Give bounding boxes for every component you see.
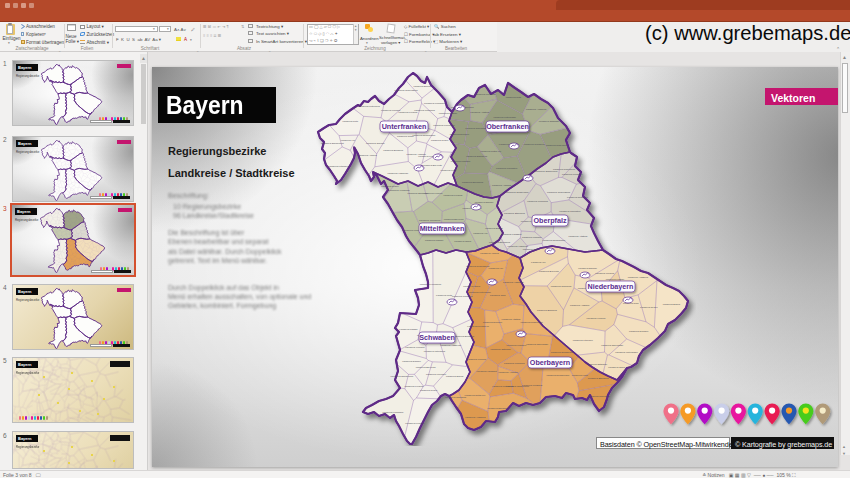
svg-text:Landkreis Miesbach: Landkreis Miesbach bbox=[522, 384, 543, 386]
svg-text:Landkreis Regen: Landkreis Regen bbox=[640, 306, 658, 308]
svg-text:Landkreis Starnberg: Landkreis Starnberg bbox=[588, 377, 609, 379]
svg-text:Landkreis Unterallgäu: Landkreis Unterallgäu bbox=[615, 351, 638, 353]
svg-text:Oberpfalz: Oberpfalz bbox=[533, 216, 567, 225]
svg-text:Landkreis Cham: Landkreis Cham bbox=[463, 285, 480, 287]
svg-text:Landkreis Kronach: Landkreis Kronach bbox=[405, 346, 425, 348]
svg-text:Landkreis Augsburg: Landkreis Augsburg bbox=[526, 108, 547, 110]
svg-text:Landkreis Traunstein: Landkreis Traunstein bbox=[588, 395, 610, 397]
svg-text:Landkreis Fürth: Landkreis Fürth bbox=[572, 374, 589, 376]
svg-text:Landkreis Hof: Landkreis Hof bbox=[341, 139, 356, 141]
svg-text:Landkreis Regen: Landkreis Regen bbox=[420, 389, 438, 391]
svg-text:Landkreis Kronach: Landkreis Kronach bbox=[467, 358, 487, 360]
svg-text:Landkreis Schwandorf: Landkreis Schwandorf bbox=[412, 134, 435, 136]
svg-text:Landkreis Passau: Landkreis Passau bbox=[425, 239, 444, 241]
svg-text:Landkreis Landshut: Landkreis Landshut bbox=[477, 370, 497, 372]
svg-text:Landkreis Freising: Landkreis Freising bbox=[444, 194, 463, 196]
svg-text:Landkreis Oberallgäu: Landkreis Oberallgäu bbox=[526, 343, 549, 345]
svg-text:Landkreis Regensburg: Landkreis Regensburg bbox=[395, 89, 419, 91]
svg-text:Landkreis Unterallgäu: Landkreis Unterallgäu bbox=[493, 116, 516, 118]
svg-text:Landkreis Dachau: Landkreis Dachau bbox=[578, 267, 597, 269]
svg-text:Landkreis Miesbach: Landkreis Miesbach bbox=[562, 173, 583, 175]
svg-text:Landkreis Landshut: Landkreis Landshut bbox=[501, 233, 521, 235]
svg-text:Landkreis Würzburg: Landkreis Würzburg bbox=[527, 200, 548, 202]
svg-text:Landkreis Schwandorf: Landkreis Schwandorf bbox=[542, 239, 565, 241]
svg-text:Landkreis Altötting: Landkreis Altötting bbox=[569, 235, 588, 237]
svg-text:Landkreis Fürth: Landkreis Fürth bbox=[440, 169, 457, 171]
svg-text:Landkreis Fürth: Landkreis Fürth bbox=[436, 294, 453, 296]
svg-text:Landkreis Erding: Landkreis Erding bbox=[413, 85, 431, 87]
svg-text:Landkreis Altötting: Landkreis Altötting bbox=[470, 111, 489, 113]
svg-text:Landkreis Ansbach: Landkreis Ansbach bbox=[498, 371, 518, 373]
svg-text:Landkreis Deggendorf: Landkreis Deggendorf bbox=[506, 191, 529, 193]
svg-text:Landkreis Regen: Landkreis Regen bbox=[431, 139, 449, 141]
svg-text:Mittelfranken: Mittelfranken bbox=[420, 224, 465, 233]
svg-text:Landkreis Dachau: Landkreis Dachau bbox=[366, 142, 385, 144]
svg-text:Landkreis Bamberg: Landkreis Bamberg bbox=[408, 192, 429, 194]
svg-text:Landkreis Altötting: Landkreis Altötting bbox=[502, 318, 521, 320]
svg-text:Landkreis Oberallgäu: Landkreis Oberallgäu bbox=[601, 344, 624, 346]
svg-text:Landkreis Regensburg: Landkreis Regensburg bbox=[466, 265, 490, 267]
svg-text:Landkreis Unterallgäu: Landkreis Unterallgäu bbox=[469, 291, 492, 293]
svg-text:Landkreis Cham: Landkreis Cham bbox=[397, 135, 414, 137]
svg-text:Landkreis Regensburg: Landkreis Regensburg bbox=[547, 191, 571, 193]
svg-text:Landkreis Rosenheim: Landkreis Rosenheim bbox=[553, 168, 575, 170]
svg-text:Landkreis Mühldorf: Landkreis Mühldorf bbox=[451, 160, 471, 162]
svg-text:Landkreis Traunstein: Landkreis Traunstein bbox=[496, 167, 518, 169]
svg-text:Landkreis Augsburg: Landkreis Augsburg bbox=[628, 276, 649, 278]
svg-text:Landkreis Passau: Landkreis Passau bbox=[399, 328, 418, 330]
svg-text:Schwaben: Schwaben bbox=[419, 333, 455, 342]
svg-text:Landkreis Ostallgäu: Landkreis Ostallgäu bbox=[587, 363, 608, 365]
svg-text:Landkreis Roth: Landkreis Roth bbox=[506, 96, 522, 98]
svg-text:Landkreis Amberg: Landkreis Amberg bbox=[358, 154, 377, 156]
svg-text:Landkreis Schwandorf: Landkreis Schwandorf bbox=[551, 351, 574, 353]
svg-text:Landkreis Regen: Landkreis Regen bbox=[381, 185, 399, 187]
svg-text:Landkreis Ansbach: Landkreis Ansbach bbox=[570, 304, 590, 306]
svg-text:Landkreis Dillingen: Landkreis Dillingen bbox=[483, 321, 503, 323]
svg-text:Niederbayern: Niederbayern bbox=[588, 282, 634, 291]
svg-text:Landkreis Rottal-Inn: Landkreis Rottal-Inn bbox=[480, 150, 501, 152]
svg-text:Landkreis Haßberge: Landkreis Haßberge bbox=[503, 281, 525, 283]
svg-text:Unterfranken: Unterfranken bbox=[382, 122, 427, 131]
svg-text:Landkreis Deggendorf: Landkreis Deggendorf bbox=[546, 374, 569, 376]
svg-text:Landkreis Günzburg: Landkreis Günzburg bbox=[445, 396, 466, 398]
svg-text:Landkreis Dachau: Landkreis Dachau bbox=[475, 201, 494, 203]
svg-text:Landkreis Traunstein: Landkreis Traunstein bbox=[559, 210, 581, 212]
svg-text:Landkreis Günzburg: Landkreis Günzburg bbox=[524, 143, 545, 145]
svg-text:Landkreis Kitzingen: Landkreis Kitzingen bbox=[328, 165, 349, 167]
svg-text:Landkreis Dillingen: Landkreis Dillingen bbox=[629, 330, 649, 332]
svg-text:Landkreis Augsburg: Landkreis Augsburg bbox=[465, 416, 486, 418]
svg-text:Landkreis Forchheim: Landkreis Forchheim bbox=[467, 325, 489, 327]
svg-text:Landkreis Forchheim: Landkreis Forchheim bbox=[419, 219, 441, 221]
svg-text:Landkreis Bayreuth: Landkreis Bayreuth bbox=[422, 164, 443, 166]
svg-text:Landkreis Ebersberg: Landkreis Ebersberg bbox=[462, 181, 484, 183]
svg-text:Landkreis Rottal-Inn: Landkreis Rottal-Inn bbox=[567, 196, 588, 198]
svg-text:Landkreis Bamberg: Landkreis Bamberg bbox=[537, 309, 558, 311]
svg-text:Landkreis Starnberg: Landkreis Starnberg bbox=[466, 155, 487, 157]
svg-text:Landkreis Ansbach: Landkreis Ansbach bbox=[406, 153, 426, 155]
svg-text:Landkreis Hof: Landkreis Hof bbox=[489, 267, 504, 269]
svg-text:Landkreis Forchheim: Landkreis Forchheim bbox=[433, 124, 455, 126]
svg-text:Landkreis Miltenberg: Landkreis Miltenberg bbox=[358, 105, 380, 107]
svg-text:Landkreis Erding: Landkreis Erding bbox=[663, 303, 681, 305]
svg-text:Landkreis Cham: Landkreis Cham bbox=[454, 240, 471, 242]
svg-text:Landkreis Ansbach: Landkreis Ansbach bbox=[492, 184, 512, 186]
svg-text:Landkreis Haßberge: Landkreis Haßberge bbox=[440, 344, 462, 346]
svg-text:Landkreis Roth: Landkreis Roth bbox=[342, 120, 358, 122]
svg-text:Landkreis Mühldorf: Landkreis Mühldorf bbox=[507, 344, 527, 346]
svg-text:Landkreis Kitzingen: Landkreis Kitzingen bbox=[573, 339, 594, 341]
svg-text:Landkreis Dillingen: Landkreis Dillingen bbox=[450, 133, 470, 135]
svg-text:Landkreis Hof: Landkreis Hof bbox=[473, 232, 488, 234]
svg-text:Landkreis Rosenheim: Landkreis Rosenheim bbox=[546, 144, 568, 146]
svg-text:Landkreis Bayreuth: Landkreis Bayreuth bbox=[444, 218, 465, 220]
svg-text:Landkreis Dachau: Landkreis Dachau bbox=[402, 360, 421, 362]
svg-text:Landkreis Passau: Landkreis Passau bbox=[439, 112, 458, 114]
svg-text:Landkreis Hof: Landkreis Hof bbox=[531, 261, 546, 263]
svg-text:Landkreis Mühldorf: Landkreis Mühldorf bbox=[522, 236, 542, 238]
svg-text:Landkreis Rottal-Inn: Landkreis Rottal-Inn bbox=[465, 394, 486, 396]
svg-text:Landkreis Würzburg: Landkreis Würzburg bbox=[414, 109, 435, 111]
svg-text:Landkreis Freising: Landkreis Freising bbox=[595, 272, 614, 274]
svg-text:Landkreis Ostallgäu: Landkreis Ostallgäu bbox=[491, 348, 512, 350]
svg-text:Landkreis Ebersberg: Landkreis Ebersberg bbox=[489, 241, 511, 243]
svg-text:Landkreis Bamberg: Landkreis Bamberg bbox=[383, 149, 404, 151]
svg-text:Landkreis Bayreuth: Landkreis Bayreuth bbox=[416, 366, 437, 368]
